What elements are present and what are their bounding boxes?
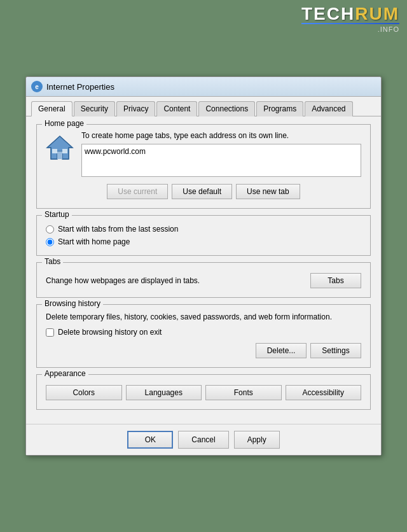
tab-bar: General Security Privacy Content Connect… [26,97,381,116]
home-page-section: Home page To create home page tabs, type… [36,124,371,209]
startup-option1-label: Start with tabs from the last session [58,225,178,234]
apply-button[interactable]: Apply [234,431,280,449]
watermark-tech-text: TECH [301,4,355,24]
tabs-section: Tabs Change how webpages are displayed i… [36,262,371,298]
cancel-button[interactable]: Cancel [178,431,228,449]
startup-radio-group: Start with tabs from the last session St… [46,225,361,246]
appearance-buttons: Colors Languages Fonts Accessibility [46,385,361,400]
tab-security[interactable]: Security [74,101,115,116]
browsing-history-buttons: Delete... Settings [46,343,361,358]
tab-content[interactable]: Content [156,101,197,116]
tab-advanced[interactable]: Advanced [305,101,352,116]
svg-rect-3 [52,149,57,153]
startup-option1[interactable]: Start with tabs from the last session [46,225,361,234]
bottom-bar: OK Cancel Apply [26,424,381,455]
startup-radio2[interactable] [46,238,54,246]
tab-general[interactable]: General [31,101,72,116]
watermark-info: .INFO [378,25,399,33]
home-page-description: To create home page tabs, type each addr… [81,131,361,140]
watermark-rum-text: RUM [355,4,399,24]
home-page-url-input[interactable] [81,144,361,177]
appearance-section: Appearance Colors Languages Fonts Access… [36,374,371,410]
delete-on-exit-checkbox[interactable] [46,328,54,337]
window-title: Internet Properties [46,82,114,92]
startup-section-title: Startup [42,210,72,219]
use-default-button[interactable]: Use default [172,184,232,199]
ok-button[interactable]: OK [127,431,173,449]
browsing-history-title: Browsing history [42,299,103,308]
svg-rect-2 [57,151,62,159]
tabs-section-row: Change how webpages are displayed in tab… [46,273,361,288]
svg-rect-4 [62,149,67,153]
window-icon: e [31,81,43,92]
tab-programs[interactable]: Programs [256,101,303,116]
house-icon [46,134,74,162]
title-bar: e Internet Properties [26,77,381,97]
browsing-history-section: Browsing history Delete temporary files,… [36,304,371,368]
startup-section: Startup Start with tabs from the last se… [36,215,371,256]
startup-option2-label: Start with home page [58,237,130,246]
languages-button[interactable]: Languages [126,385,202,400]
delete-button[interactable]: Delete... [256,343,307,358]
browsing-history-description: Delete temporary files, history, cookies… [46,311,361,323]
tabs-section-title: Tabs [42,257,63,266]
watermark-underline [301,23,399,24]
use-new-tab-button[interactable]: Use new tab [236,184,300,199]
home-page-buttons: Use current Use default Use new tab [46,184,361,199]
home-page-right: To create home page tabs, type each addr… [81,131,361,179]
appearance-section-title: Appearance [42,369,88,378]
delete-on-exit-label: Delete browsing history on exit [58,328,162,337]
colors-button[interactable]: Colors [46,385,122,400]
startup-option2[interactable]: Start with home page [46,237,361,246]
settings-button[interactable]: Settings [310,343,361,358]
internet-properties-window: e Internet Properties General Security P… [25,76,382,456]
tabs-button[interactable]: Tabs [310,273,361,288]
accessibility-button[interactable]: Accessibility [286,385,362,400]
delete-on-exit-checkbox-row[interactable]: Delete browsing history on exit [46,328,361,337]
home-page-section-title: Home page [42,119,86,128]
tab-connections[interactable]: Connections [198,101,255,116]
fonts-button[interactable]: Fonts [205,385,282,400]
tab-privacy[interactable]: Privacy [116,101,155,116]
use-current-button[interactable]: Use current [107,184,168,199]
startup-radio1[interactable] [46,225,54,234]
tab-content-area: Home page To create home page tabs, type… [26,116,381,424]
home-page-inner: To create home page tabs, type each addr… [46,131,361,179]
tabs-description: Change how webpages are displayed in tab… [46,276,200,285]
